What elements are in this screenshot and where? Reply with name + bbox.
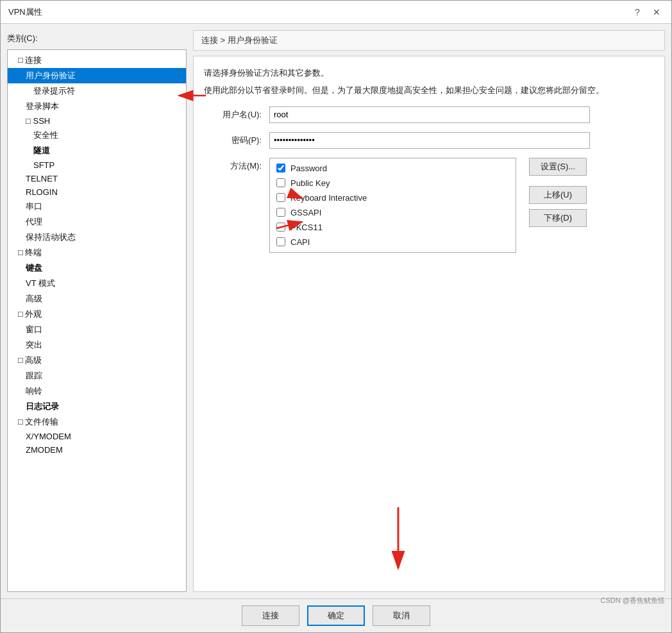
tree-item-login-script[interactable]: 登录脚本 [8, 99, 186, 114]
desc-line2: 使用此部分以节省登录时间。但是，为了最大限度地提高安全性，如果担心安全问题，建议… [204, 84, 654, 97]
checkbox-password[interactable] [276, 164, 285, 173]
left-panel: 类别(C): □ 连接用户身份验证登录提示符登录脚本□ SSH安全性隧道SFTP… [7, 30, 187, 592]
password-label: 密码(P): [204, 132, 262, 146]
tree-item-label-sftp: SFTP [33, 160, 55, 170]
tree-item-xymodem[interactable]: X/YMODEM [8, 430, 186, 443]
tree-item-ssh[interactable]: □ SSH [8, 114, 186, 128]
tree-item-label-advanced2: □ 高级 [18, 355, 42, 366]
tree-item-window[interactable]: 窗口 [8, 322, 186, 337]
tree-item-label-serial: 串口 [26, 201, 42, 212]
tree-item-advanced2[interactable]: □ 高级 [8, 353, 186, 368]
method-option-capi[interactable]: CAPI [276, 237, 509, 247]
help-button[interactable]: ? [630, 5, 644, 19]
method-label: 方法(M): [204, 158, 262, 172]
connect-button[interactable]: 连接 [242, 605, 299, 626]
method-label-gssapi: GSSAPI [290, 208, 321, 217]
tree-item-label-highlight: 突出 [26, 339, 42, 351]
method-label-capi: CAPI [290, 237, 310, 247]
tree-item-label-connection: □ 连接 [18, 55, 42, 66]
tree-item-label-login-prompt: 登录提示符 [33, 85, 75, 97]
dialog-title: VPN属性 [8, 6, 42, 18]
tree-item-bell[interactable]: 响铃 [8, 384, 186, 399]
dialog: VPN属性 ? ✕ 类别(C): □ 连接用户身份验证登录提示符登录脚本□ SS… [0, 0, 672, 633]
checkbox-capi[interactable] [276, 237, 285, 246]
tree-item-label-keyboard: 键盘 [26, 262, 42, 274]
desc-line1: 请选择身份验证方法和其它参数。 [204, 67, 654, 80]
tree-item-label-terminal: □ 终端 [18, 247, 42, 258]
move-up-button[interactable]: 上移(U) [529, 186, 587, 204]
tree-item-serial[interactable]: 串口 [8, 199, 186, 214]
category-label: 类别(C): [7, 30, 187, 47]
footer: 连接 确定 取消 [1, 598, 671, 632]
method-label-pkcs11: PKCS11 [290, 223, 323, 232]
tree-item-label-tunnel: 隧道 [33, 145, 50, 156]
description: 请选择身份验证方法和其它参数。 使用此部分以节省登录时间。但是，为了最大限度地提… [204, 67, 654, 97]
method-buttons: 设置(S)... 上移(U) 下移(D) [529, 158, 587, 227]
tree-item-keyboard[interactable]: 键盘 [8, 260, 186, 276]
method-option-keyboard[interactable]: Keyboard Interactive [276, 193, 509, 203]
close-button[interactable]: ✕ [650, 5, 664, 19]
tree-item-label-security: 安全性 [33, 130, 58, 141]
method-option-publickey[interactable]: Public Key [276, 178, 509, 188]
tree-item-label-vt-mode: VT 模式 [26, 278, 55, 289]
checkbox-publickey[interactable] [276, 178, 285, 187]
tree-item-keepalive[interactable]: 保持活动状态 [8, 230, 186, 245]
tree-item-label-user-auth: 用户身份验证 [26, 70, 76, 81]
tree-item-advanced[interactable]: 高级 [8, 291, 186, 307]
tree-item-zmodem[interactable]: ZMODEM [8, 443, 186, 457]
watermark: CSDN @香焦鱿鱼怪 [601, 596, 665, 605]
tree-item-label-keepalive: 保持活动状态 [26, 232, 76, 243]
tree-item-label-ssh: □ SSH [26, 116, 50, 126]
method-option-pkcs11[interactable]: PKCS11 [276, 223, 509, 232]
title-bar-buttons: ? ✕ [630, 5, 664, 19]
tree-item-label-proxy: 代理 [26, 216, 42, 228]
tree-item-tunnel[interactable]: 隧道 [8, 143, 186, 158]
tree-item-file-transfer[interactable]: □ 文件传输 [8, 414, 186, 430]
username-input[interactable] [269, 106, 590, 123]
tree-item-proxy[interactable]: 代理 [8, 214, 186, 230]
title-bar: VPN属性 ? ✕ [1, 1, 671, 24]
ok-button[interactable]: 确定 [307, 605, 365, 626]
method-option-password[interactable]: Password [276, 164, 509, 173]
tree-item-label-telnet: TELNET [26, 174, 58, 183]
tree-item-vt-mode[interactable]: VT 模式 [8, 276, 186, 291]
tree-item-login-prompt[interactable]: 登录提示符 [8, 83, 186, 99]
settings-button[interactable]: 设置(S)... [529, 158, 587, 176]
method-row: 方法(M): PasswordPublic KeyKeyboard Intera… [204, 158, 654, 253]
tree-item-label-file-transfer: □ 文件传输 [18, 416, 58, 428]
tree-item-trace[interactable]: 跟踪 [8, 368, 186, 384]
tree-item-security[interactable]: 安全性 [8, 128, 186, 143]
tree-item-telnet[interactable]: TELNET [8, 172, 186, 185]
tree-item-label-zmodem: ZMODEM [26, 445, 63, 455]
checkbox-keyboard[interactable] [276, 193, 285, 202]
tree-item-label-trace: 跟踪 [26, 370, 42, 382]
tree-item-label-login-script: 登录脚本 [26, 101, 59, 112]
breadcrumb: 连接 > 用户身份验证 [193, 30, 665, 51]
content-area: 请选择身份验证方法和其它参数。 使用此部分以节省登录时间。但是，为了最大限度地提… [193, 56, 665, 592]
tree-item-connection[interactable]: □ 连接 [8, 53, 186, 68]
tree-item-label-bell: 响铃 [26, 385, 42, 397]
checkbox-gssapi[interactable] [276, 208, 285, 217]
method-option-gssapi[interactable]: GSSAPI [276, 208, 509, 217]
tree-item-logging[interactable]: 日志记录 [8, 399, 186, 414]
tree-item-appearance[interactable]: □ 外观 [8, 307, 186, 322]
tree-item-label-appearance: □ 外观 [18, 308, 42, 320]
tree-item-sftp[interactable]: SFTP [8, 158, 186, 172]
method-label-keyboard: Keyboard Interactive [290, 193, 367, 203]
tree-item-label-advanced: 高级 [26, 293, 42, 305]
tree-item-rlogin[interactable]: RLOGIN [8, 185, 186, 199]
cancel-button[interactable]: 取消 [373, 605, 430, 626]
method-label-password: Password [290, 164, 327, 173]
password-input[interactable] [269, 132, 590, 149]
method-box: PasswordPublic KeyKeyboard InteractiveGS… [269, 158, 516, 253]
checkbox-pkcs11[interactable] [276, 223, 285, 232]
tree-item-highlight[interactable]: 突出 [8, 337, 186, 353]
tree-item-user-auth[interactable]: 用户身份验证 [8, 68, 186, 83]
method-label-publickey: Public Key [290, 178, 330, 188]
tree-item-terminal[interactable]: □ 终端 [8, 245, 186, 260]
move-down-button[interactable]: 下移(D) [529, 209, 587, 227]
tree-container[interactable]: □ 连接用户身份验证登录提示符登录脚本□ SSH安全性隧道SFTPTELNETR… [7, 49, 187, 592]
tree-item-label-logging: 日志记录 [26, 401, 59, 412]
username-label: 用户名(U): [204, 106, 262, 121]
tree-item-label-xymodem: X/YMODEM [26, 432, 71, 441]
